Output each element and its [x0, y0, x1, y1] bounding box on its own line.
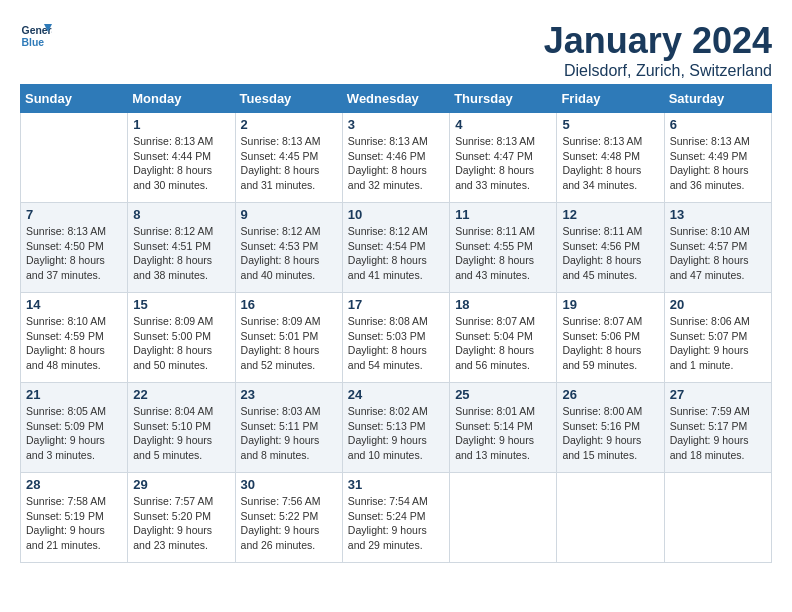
cell-w2-d7: 13 Sunrise: 8:10 AMSunset: 4:57 PMDaylig…: [664, 203, 771, 293]
cell-sunrise: Sunrise: 8:13 AMSunset: 4:47 PMDaylight:…: [455, 135, 535, 191]
cell-sunrise: Sunrise: 8:09 AMSunset: 5:00 PMDaylight:…: [133, 315, 213, 371]
cell-sunrise: Sunrise: 8:12 AMSunset: 4:53 PMDaylight:…: [241, 225, 321, 281]
cell-w3-d1: 14 Sunrise: 8:10 AMSunset: 4:59 PMDaylig…: [21, 293, 128, 383]
day-number: 10: [348, 207, 444, 222]
cell-w1-d2: 1 Sunrise: 8:13 AMSunset: 4:44 PMDayligh…: [128, 113, 235, 203]
cell-sunrise: Sunrise: 8:02 AMSunset: 5:13 PMDaylight:…: [348, 405, 428, 461]
cell-w2-d5: 11 Sunrise: 8:11 AMSunset: 4:55 PMDaylig…: [450, 203, 557, 293]
cell-w5-d5: [450, 473, 557, 563]
cell-w3-d4: 17 Sunrise: 8:08 AMSunset: 5:03 PMDaylig…: [342, 293, 449, 383]
day-number: 5: [562, 117, 658, 132]
cell-w5-d3: 30 Sunrise: 7:56 AMSunset: 5:22 PMDaylig…: [235, 473, 342, 563]
cell-w3-d3: 16 Sunrise: 8:09 AMSunset: 5:01 PMDaylig…: [235, 293, 342, 383]
day-number: 2: [241, 117, 337, 132]
day-number: 1: [133, 117, 229, 132]
cell-sunrise: Sunrise: 8:10 AMSunset: 4:59 PMDaylight:…: [26, 315, 106, 371]
cell-w3-d2: 15 Sunrise: 8:09 AMSunset: 5:00 PMDaylig…: [128, 293, 235, 383]
cell-sunrise: Sunrise: 8:10 AMSunset: 4:57 PMDaylight:…: [670, 225, 750, 281]
day-number: 19: [562, 297, 658, 312]
cell-sunrise: Sunrise: 8:09 AMSunset: 5:01 PMDaylight:…: [241, 315, 321, 371]
cell-w4-d5: 25 Sunrise: 8:01 AMSunset: 5:14 PMDaylig…: [450, 383, 557, 473]
col-saturday: Saturday: [664, 85, 771, 113]
week-row-4: 21 Sunrise: 8:05 AMSunset: 5:09 PMDaylig…: [21, 383, 772, 473]
day-number: 26: [562, 387, 658, 402]
cell-w1-d4: 3 Sunrise: 8:13 AMSunset: 4:46 PMDayligh…: [342, 113, 449, 203]
cell-w5-d7: [664, 473, 771, 563]
title-section: January 2024 Dielsdorf, Zurich, Switzerl…: [544, 20, 772, 80]
cell-sunrise: Sunrise: 7:58 AMSunset: 5:19 PMDaylight:…: [26, 495, 106, 551]
cell-w2-d6: 12 Sunrise: 8:11 AMSunset: 4:56 PMDaylig…: [557, 203, 664, 293]
cell-sunrise: Sunrise: 8:05 AMSunset: 5:09 PMDaylight:…: [26, 405, 106, 461]
cell-w3-d7: 20 Sunrise: 8:06 AMSunset: 5:07 PMDaylig…: [664, 293, 771, 383]
cell-sunrise: Sunrise: 7:59 AMSunset: 5:17 PMDaylight:…: [670, 405, 750, 461]
calendar-table: Sunday Monday Tuesday Wednesday Thursday…: [20, 84, 772, 563]
week-row-2: 7 Sunrise: 8:13 AMSunset: 4:50 PMDayligh…: [21, 203, 772, 293]
day-number: 7: [26, 207, 122, 222]
day-number: 4: [455, 117, 551, 132]
day-number: 15: [133, 297, 229, 312]
cell-w4-d6: 26 Sunrise: 8:00 AMSunset: 5:16 PMDaylig…: [557, 383, 664, 473]
cell-w4-d3: 23 Sunrise: 8:03 AMSunset: 5:11 PMDaylig…: [235, 383, 342, 473]
cell-sunrise: Sunrise: 7:56 AMSunset: 5:22 PMDaylight:…: [241, 495, 321, 551]
cell-w3-d6: 19 Sunrise: 8:07 AMSunset: 5:06 PMDaylig…: [557, 293, 664, 383]
day-number: 11: [455, 207, 551, 222]
day-number: 18: [455, 297, 551, 312]
cell-sunrise: Sunrise: 8:04 AMSunset: 5:10 PMDaylight:…: [133, 405, 213, 461]
cell-w5-d1: 28 Sunrise: 7:58 AMSunset: 5:19 PMDaylig…: [21, 473, 128, 563]
day-number: 17: [348, 297, 444, 312]
cell-w5-d6: [557, 473, 664, 563]
svg-text:Blue: Blue: [22, 37, 45, 48]
cell-sunrise: Sunrise: 8:13 AMSunset: 4:48 PMDaylight:…: [562, 135, 642, 191]
cell-w4-d2: 22 Sunrise: 8:04 AMSunset: 5:10 PMDaylig…: [128, 383, 235, 473]
cell-sunrise: Sunrise: 7:54 AMSunset: 5:24 PMDaylight:…: [348, 495, 428, 551]
cell-w5-d2: 29 Sunrise: 7:57 AMSunset: 5:20 PMDaylig…: [128, 473, 235, 563]
cell-sunrise: Sunrise: 8:13 AMSunset: 4:46 PMDaylight:…: [348, 135, 428, 191]
day-number: 28: [26, 477, 122, 492]
cell-w4-d7: 27 Sunrise: 7:59 AMSunset: 5:17 PMDaylig…: [664, 383, 771, 473]
col-thursday: Thursday: [450, 85, 557, 113]
cell-w1-d5: 4 Sunrise: 8:13 AMSunset: 4:47 PMDayligh…: [450, 113, 557, 203]
week-row-3: 14 Sunrise: 8:10 AMSunset: 4:59 PMDaylig…: [21, 293, 772, 383]
day-number: 14: [26, 297, 122, 312]
cell-w1-d1: [21, 113, 128, 203]
cell-sunrise: Sunrise: 8:08 AMSunset: 5:03 PMDaylight:…: [348, 315, 428, 371]
day-number: 25: [455, 387, 551, 402]
cell-sunrise: Sunrise: 7:57 AMSunset: 5:20 PMDaylight:…: [133, 495, 213, 551]
cell-w2-d2: 8 Sunrise: 8:12 AMSunset: 4:51 PMDayligh…: [128, 203, 235, 293]
cell-w4-d4: 24 Sunrise: 8:02 AMSunset: 5:13 PMDaylig…: [342, 383, 449, 473]
cell-w1-d3: 2 Sunrise: 8:13 AMSunset: 4:45 PMDayligh…: [235, 113, 342, 203]
cell-sunrise: Sunrise: 8:13 AMSunset: 4:45 PMDaylight:…: [241, 135, 321, 191]
day-number: 9: [241, 207, 337, 222]
day-number: 16: [241, 297, 337, 312]
day-number: 13: [670, 207, 766, 222]
day-number: 31: [348, 477, 444, 492]
day-number: 21: [26, 387, 122, 402]
cell-sunrise: Sunrise: 8:13 AMSunset: 4:50 PMDaylight:…: [26, 225, 106, 281]
cell-sunrise: Sunrise: 8:12 AMSunset: 4:54 PMDaylight:…: [348, 225, 428, 281]
cell-sunrise: Sunrise: 8:07 AMSunset: 5:06 PMDaylight:…: [562, 315, 642, 371]
cell-sunrise: Sunrise: 8:13 AMSunset: 4:49 PMDaylight:…: [670, 135, 750, 191]
location-title: Dielsdorf, Zurich, Switzerland: [544, 62, 772, 80]
page-header: General Blue General Blue January 2024 D…: [20, 20, 772, 80]
cell-sunrise: Sunrise: 8:13 AMSunset: 4:44 PMDaylight:…: [133, 135, 213, 191]
day-number: 30: [241, 477, 337, 492]
cell-sunrise: Sunrise: 8:03 AMSunset: 5:11 PMDaylight:…: [241, 405, 321, 461]
cell-sunrise: Sunrise: 8:11 AMSunset: 4:55 PMDaylight:…: [455, 225, 535, 281]
col-tuesday: Tuesday: [235, 85, 342, 113]
day-number: 20: [670, 297, 766, 312]
week-row-1: 1 Sunrise: 8:13 AMSunset: 4:44 PMDayligh…: [21, 113, 772, 203]
cell-sunrise: Sunrise: 8:06 AMSunset: 5:07 PMDaylight:…: [670, 315, 750, 371]
day-number: 22: [133, 387, 229, 402]
month-title: January 2024: [544, 20, 772, 62]
cell-w5-d4: 31 Sunrise: 7:54 AMSunset: 5:24 PMDaylig…: [342, 473, 449, 563]
col-wednesday: Wednesday: [342, 85, 449, 113]
cell-w1-d7: 6 Sunrise: 8:13 AMSunset: 4:49 PMDayligh…: [664, 113, 771, 203]
cell-w3-d5: 18 Sunrise: 8:07 AMSunset: 5:04 PMDaylig…: [450, 293, 557, 383]
day-number: 8: [133, 207, 229, 222]
day-number: 6: [670, 117, 766, 132]
cell-sunrise: Sunrise: 8:11 AMSunset: 4:56 PMDaylight:…: [562, 225, 642, 281]
cell-sunrise: Sunrise: 8:07 AMSunset: 5:04 PMDaylight:…: [455, 315, 535, 371]
cell-w4-d1: 21 Sunrise: 8:05 AMSunset: 5:09 PMDaylig…: [21, 383, 128, 473]
logo: General Blue General Blue: [20, 20, 52, 52]
day-number: 23: [241, 387, 337, 402]
